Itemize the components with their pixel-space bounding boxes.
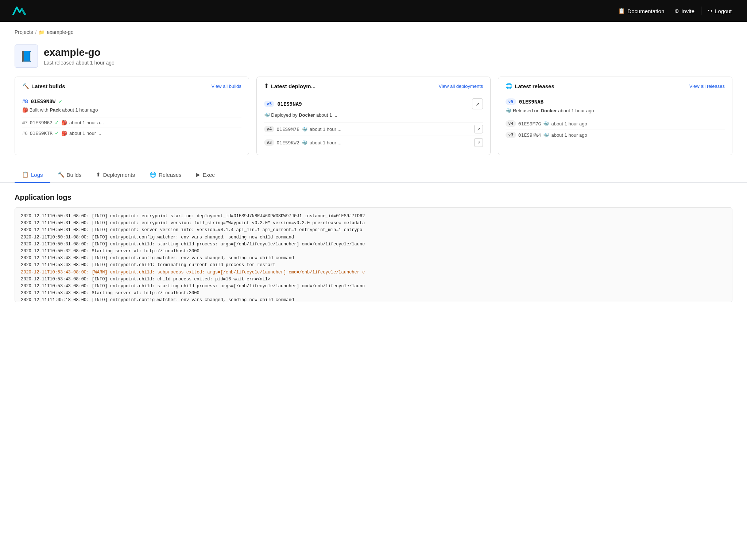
build-num-7: #7: [22, 120, 27, 125]
tab-logs[interactable]: 📋 Logs: [15, 167, 50, 183]
deploy-version-v4: v4: [264, 126, 274, 132]
tab-releases[interactable]: 🌐 Releases: [142, 167, 189, 183]
deploy-id-v3: 01ES9KW2: [276, 140, 299, 145]
tab-deployments[interactable]: ⬆ Deployments: [89, 167, 142, 183]
deploy-secondary-row-2: v3 01ES9KW2 🐳 about 1 hour ... ↗: [264, 136, 483, 149]
release-id-v3: 01ES9KW4: [518, 132, 541, 138]
cards-row: 🔨 Latest builds View all builds #8 01ES9…: [0, 77, 747, 167]
deployments-card-title: ⬆ Latest deploym...: [264, 83, 316, 89]
docs-button[interactable]: 📋 Documentation: [615, 5, 668, 16]
deploy-id-v4: 01ES9M7E: [276, 127, 299, 132]
docker-icon-7: 🎒: [61, 120, 67, 125]
release-version-v4: v4: [506, 120, 516, 127]
logout-button[interactable]: ↪ Logout: [704, 5, 735, 16]
release-primary-row: v5 01ES9NAB: [506, 98, 725, 105]
navbar-actions: 📋 Documentation ⊕ Invite ↪ Logout: [615, 5, 735, 16]
log-line: 2020-12-11T11:05:18-08:00: [INFO] entryp…: [21, 297, 726, 302]
deploy-version-badge: v5: [264, 101, 274, 107]
release-version-v3: v3: [506, 132, 516, 138]
view-all-builds-link[interactable]: View all builds: [212, 83, 241, 89]
tab-exec-label: Exec: [202, 172, 214, 178]
build-id-6: 01ES9KTR: [30, 131, 53, 136]
builds-tab-icon: 🔨: [58, 171, 65, 178]
docker-icon-rel4: 🐳: [543, 121, 549, 127]
release-version-badge: v5: [506, 98, 516, 105]
deployments-tab-icon: ⬆: [96, 171, 101, 178]
deploy-primary-row: v5 01ES9NA9 ↗: [264, 98, 483, 109]
release-id: 01ES9NAB: [519, 99, 543, 105]
build-secondary-row-1: #7 01ES9M62 ✓ 🎒 about 1 hour a...: [22, 117, 241, 128]
logs-box[interactable]: 2020-12-11T10:50:31-08:00: [INFO] entryp…: [15, 207, 732, 302]
project-header: 📘 example-go Last released about 1 hour …: [0, 39, 747, 77]
releases-card-header: 🌐 Latest releases View all releases: [506, 83, 725, 94]
docker-icon-rel3: 🐳: [543, 132, 549, 138]
invite-button[interactable]: ⊕ Invite: [671, 5, 698, 16]
build-secondary-row-2: #6 01ES9KTR ✓ 🎒 about 1 hour ...: [22, 128, 241, 138]
log-line: 2020-12-11T10:53:43-08:00: [INFO] entryp…: [21, 283, 726, 290]
build-id-7: 01ES9M62: [30, 120, 53, 125]
logs-tab-icon: 📋: [22, 171, 29, 178]
release-description: 🐳 Released on Docker about 1 hour ago: [506, 108, 725, 113]
build-primary-row: #8 01ES9N8W ✓: [22, 98, 241, 104]
log-line: 2020-12-11T10:53:43-08:00: [WARN] entryp…: [21, 269, 726, 276]
exec-tab-icon: ▶: [196, 171, 200, 178]
release-time-v4: about 1 hour ago: [551, 121, 587, 127]
deploy-ext-link-v3[interactable]: ↗: [474, 138, 483, 147]
deploy-time-v4: about 1 hour ...: [310, 127, 341, 132]
docker-icon-dep3: 🐳: [302, 140, 307, 145]
release-secondary-row-2: v3 01ES9KW4 🐳 about 1 hour ago: [506, 129, 725, 140]
log-line: 2020-12-11T10:53:43-08:00: [INFO] entryp…: [21, 255, 726, 262]
deploy-version-v3: v3: [264, 139, 274, 146]
breadcrumb-folder-icon: 📁: [39, 30, 44, 35]
upload-icon: ⬆: [264, 83, 269, 89]
logout-label: Logout: [715, 8, 732, 14]
breadcrumb-separator: /: [35, 29, 37, 35]
deploy-time-v3: about 1 hour ...: [310, 140, 341, 145]
doc-icon: 📋: [618, 8, 625, 14]
docker-icon-dep4: 🐳: [302, 127, 307, 132]
latest-releases-card: 🌐 Latest releases View all releases v5 0…: [498, 77, 732, 155]
log-line: 2020-12-11T10:53:43-08:00: [INFO] entryp…: [21, 262, 726, 269]
invite-label: Invite: [681, 8, 694, 14]
logs-section: Application logs 2020-12-11T10:50:31-08:…: [0, 183, 747, 312]
build-check-7: ✓: [55, 120, 59, 125]
log-line: 2020-12-11T10:50:31-08:00: [INFO] entryp…: [21, 220, 726, 227]
tab-releases-label: Releases: [159, 172, 182, 178]
breadcrumb: Projects / 📁 example-go: [0, 22, 747, 39]
tab-deployments-label: Deployments: [103, 172, 135, 178]
view-all-deployments-link[interactable]: View all deployments: [438, 83, 483, 89]
build-number: #8: [22, 98, 28, 104]
deploy-ext-link-btn[interactable]: ↗: [472, 98, 483, 109]
log-line: 2020-12-11T10:50:32-08:00: Starting serv…: [21, 248, 726, 255]
builds-card-header: 🔨 Latest builds View all builds: [22, 83, 241, 94]
tab-exec[interactable]: ▶ Exec: [189, 167, 222, 183]
build-time-6: about 1 hour ...: [69, 131, 101, 136]
log-line: 2020-12-11T10:50:31-08:00: [INFO] entryp…: [21, 227, 726, 234]
breadcrumb-projects[interactable]: Projects: [15, 29, 33, 35]
build-description: 🎒 Built with Pack about 1 hour ago: [22, 107, 241, 113]
project-title: example-go: [44, 47, 115, 58]
latest-deployments-card: ⬆ Latest deploym... View all deployments…: [256, 77, 491, 155]
log-line: 2020-12-11T10:50:31-08:00: [INFO] entryp…: [21, 234, 726, 241]
logout-icon: ↪: [708, 8, 713, 14]
deploy-description: 🐳 Deployed by Docker about 1 ...: [264, 112, 483, 118]
logo[interactable]: [12, 4, 29, 18]
tab-logs-label: Logs: [31, 172, 43, 178]
navbar: 📋 Documentation ⊕ Invite ↪ Logout: [0, 0, 747, 22]
view-all-releases-link[interactable]: View all releases: [689, 83, 725, 89]
docker-icon-6: 🎒: [61, 131, 67, 136]
deploy-ext-link-v4[interactable]: ↗: [474, 125, 483, 133]
release-id-v4: 01ES9M7G: [518, 121, 541, 127]
latest-builds-card: 🔨 Latest builds View all builds #8 01ES9…: [15, 77, 249, 155]
build-time-7: about 1 hour a...: [69, 120, 104, 125]
project-info: example-go Last released about 1 hour ag…: [44, 47, 115, 66]
releases-card-title: 🌐 Latest releases: [506, 83, 554, 89]
build-num-6: #6: [22, 131, 27, 136]
project-subtitle: Last released about 1 hour ago: [44, 60, 115, 66]
log-line: 2020-12-11T10:53:43-08:00: [INFO] entryp…: [21, 276, 726, 283]
build-id: 01ES9N8W: [31, 98, 55, 104]
deployments-card-header: ⬆ Latest deploym... View all deployments: [264, 83, 483, 94]
logs-title: Application logs: [15, 193, 732, 202]
tab-builds[interactable]: 🔨 Builds: [50, 167, 89, 183]
invite-icon: ⊕: [674, 8, 679, 14]
